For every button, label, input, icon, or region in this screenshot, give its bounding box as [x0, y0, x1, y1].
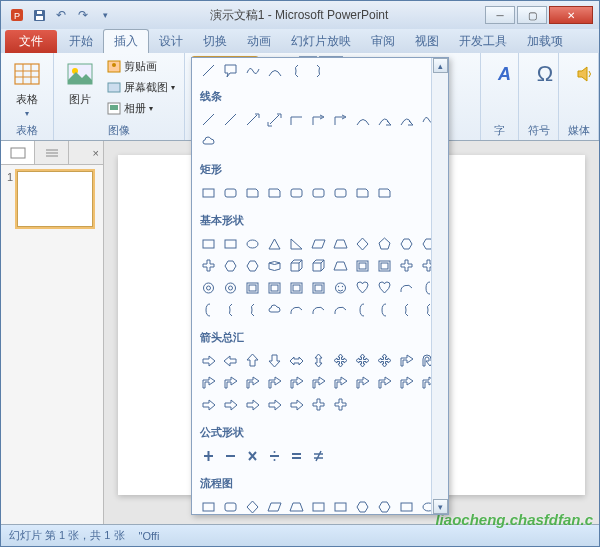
shape-hexagon-12[interactable]	[220, 255, 240, 275]
shape-lrarrow-4[interactable]	[286, 350, 306, 370]
shape-rect-6[interactable]	[330, 496, 350, 514]
shape-brace-r[interactable]	[308, 60, 328, 80]
shape-parallelogram-3[interactable]	[264, 496, 284, 514]
shape-frame-27[interactable]	[308, 277, 328, 297]
maximize-button[interactable]: ▢	[517, 6, 547, 24]
redo-icon[interactable]: ↷	[73, 5, 93, 25]
shape-brace-42[interactable]	[396, 299, 416, 319]
shape-bent-11[interactable]	[198, 372, 218, 392]
shape-eqneq-5[interactable]	[308, 445, 328, 465]
shape-bent-20[interactable]	[396, 372, 416, 392]
shape-arc[interactable]	[264, 60, 284, 80]
panel-tab-slides[interactable]	[1, 141, 35, 164]
tab-slideshow[interactable]: 幻灯片放映	[281, 30, 361, 53]
scroll-down-icon[interactable]: ▾	[433, 499, 448, 514]
save-icon[interactable]	[29, 5, 49, 25]
shape-plus-27[interactable]	[308, 394, 328, 414]
shape-rtriangle-4[interactable]	[286, 233, 306, 253]
close-button[interactable]: ✕	[549, 6, 593, 24]
shape-bracket-33[interactable]	[198, 299, 218, 319]
shape-rect-0[interactable]	[198, 496, 218, 514]
shape-udarrow-5[interactable]	[308, 350, 328, 370]
shape-curvearr-8[interactable]	[374, 109, 394, 129]
shape-line-1[interactable]	[220, 109, 240, 129]
shape-bracket-41[interactable]	[374, 299, 394, 319]
shape-eqminus-1[interactable]	[220, 445, 240, 465]
shape-sniprect-7[interactable]	[352, 182, 372, 202]
qat-more-icon[interactable]: ▾	[95, 5, 115, 25]
tab-addins[interactable]: 加载项	[517, 30, 573, 53]
clipart-button[interactable]: 剪贴画	[104, 56, 178, 76]
shape-rarrow-22[interactable]	[198, 394, 218, 414]
shape-eqmult-2[interactable]	[242, 445, 262, 465]
shape-oval-2[interactable]	[242, 233, 262, 253]
shape-line-0[interactable]	[198, 109, 218, 129]
shape-cloud-11[interactable]	[198, 131, 218, 151]
shape-freeform[interactable]	[242, 60, 262, 80]
tab-review[interactable]: 审阅	[361, 30, 405, 53]
shape-sniprect-3[interactable]	[264, 182, 284, 202]
minimize-button[interactable]: ─	[485, 6, 515, 24]
shape-roundrect-6[interactable]	[330, 182, 350, 202]
shape-rarrow-25[interactable]	[264, 394, 284, 414]
media-button[interactable]	[565, 56, 600, 92]
shape-diamond-2[interactable]	[242, 496, 262, 514]
shape-hexagon-13[interactable]	[242, 255, 262, 275]
shape-elbowarr-6[interactable]	[330, 109, 350, 129]
shape-bent-14[interactable]	[264, 372, 284, 392]
shape-callout[interactable]	[220, 60, 240, 80]
tab-insert[interactable]: 插入	[103, 29, 149, 53]
shape-elbowarr-5[interactable]	[308, 109, 328, 129]
shape-frame-24[interactable]	[242, 277, 262, 297]
shape-curvearr-9[interactable]	[396, 109, 416, 129]
shape-heart-30[interactable]	[374, 277, 394, 297]
shape-bent-9[interactable]	[396, 350, 416, 370]
shape-hexagon-7[interactable]	[352, 496, 372, 514]
shape-hexagon-9[interactable]	[396, 233, 416, 253]
shape-bent-18[interactable]	[352, 372, 372, 392]
shape-diamond-7[interactable]	[352, 233, 372, 253]
shape-eqeq-4[interactable]	[286, 445, 306, 465]
shape-plus-20[interactable]	[396, 255, 416, 275]
shape-plus-28[interactable]	[330, 394, 350, 414]
tab-home[interactable]: 开始	[59, 30, 103, 53]
shape-darrow-3[interactable]	[264, 350, 284, 370]
tab-developer[interactable]: 开发工具	[449, 30, 517, 53]
shape-bent-17[interactable]	[330, 372, 350, 392]
shape-trapezoid-4[interactable]	[286, 496, 306, 514]
shape-arc-39[interactable]	[330, 299, 350, 319]
shape-frame-25[interactable]	[264, 277, 284, 297]
shape-rect-0[interactable]	[198, 182, 218, 202]
shape-rarrow-24[interactable]	[242, 394, 262, 414]
shape-rect-1[interactable]	[220, 233, 240, 253]
shape-rarrow-0[interactable]	[198, 350, 218, 370]
shape-sniprect-2[interactable]	[242, 182, 262, 202]
tab-transitions[interactable]: 切换	[193, 30, 237, 53]
shape-heart-29[interactable]	[352, 277, 372, 297]
table-button[interactable]: 表格 ▾	[7, 56, 47, 120]
shape-triangle-3[interactable]	[264, 233, 284, 253]
shape-roundrect-1[interactable]	[220, 182, 240, 202]
shape-plus-11[interactable]	[198, 255, 218, 275]
shape-smiley-28[interactable]	[330, 277, 350, 297]
picture-button[interactable]: 图片	[60, 56, 100, 109]
shape-roundrect-1[interactable]	[220, 496, 240, 514]
shape-uarrow-2[interactable]	[242, 350, 262, 370]
shape-frame-18[interactable]	[352, 255, 372, 275]
shape-bent-16[interactable]	[308, 372, 328, 392]
shape-bent-12[interactable]	[220, 372, 240, 392]
shape-parallelogram-5[interactable]	[308, 233, 328, 253]
shape-cube-16[interactable]	[308, 255, 328, 275]
tab-animations[interactable]: 动画	[237, 30, 281, 53]
shape-roundrect-4[interactable]	[286, 182, 306, 202]
screenshot-button[interactable]: 屏幕截图▾	[104, 77, 178, 97]
tab-file[interactable]: 文件	[5, 30, 57, 53]
shape-rarrow-26[interactable]	[286, 394, 306, 414]
shape-donut-22[interactable]	[198, 277, 218, 297]
shape-trapezoid-6[interactable]	[330, 233, 350, 253]
shape-can-14[interactable]	[264, 255, 284, 275]
shape-quad-7[interactable]	[352, 350, 372, 370]
shape-arc-31[interactable]	[396, 277, 416, 297]
shape-bracket-40[interactable]	[352, 299, 372, 319]
shape-elbow-4[interactable]	[286, 109, 306, 129]
